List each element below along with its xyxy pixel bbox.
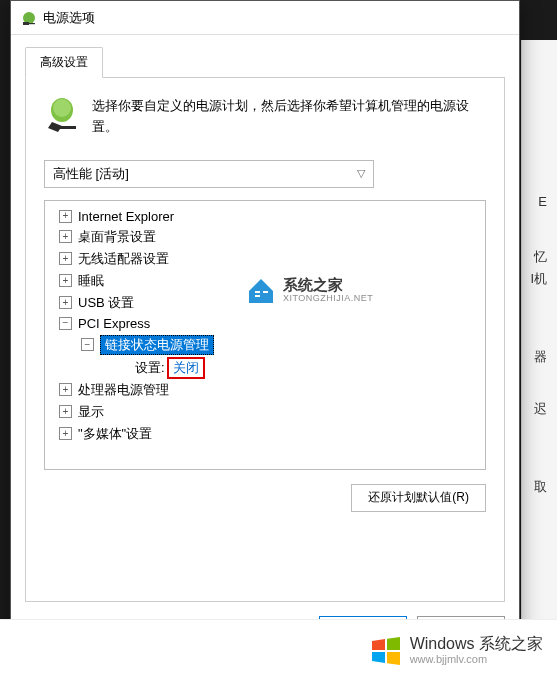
tree-label: 无线适配器设置: [78, 250, 169, 268]
intro: 选择你要自定义的电源计划，然后选择你希望计算机管理的电源设置。: [44, 96, 486, 138]
expand-icon[interactable]: +: [59, 383, 72, 396]
tree-item-processor-power[interactable]: + 处理器电源管理: [49, 379, 481, 401]
tree-item-wireless[interactable]: + 无线适配器设置: [49, 248, 481, 270]
tree-label: USB 设置: [78, 294, 134, 312]
expand-icon[interactable]: +: [59, 274, 72, 287]
tree-item-pci-express[interactable]: − PCI Express: [49, 314, 481, 333]
power-plan-selected: 高性能 [活动]: [53, 165, 129, 183]
restore-row: 还原计划默认值(R): [44, 484, 486, 512]
tab-advanced-settings[interactable]: 高级设置: [25, 47, 103, 78]
chevron-down-icon: ▽: [357, 167, 365, 180]
restore-defaults-button[interactable]: 还原计划默认值(R): [351, 484, 486, 512]
setting-label: 设置:: [135, 359, 165, 377]
expand-icon[interactable]: +: [59, 427, 72, 440]
settings-tree[interactable]: + Internet Explorer + 桌面背景设置 + 无线适配器设置 +…: [44, 200, 486, 470]
expand-icon[interactable]: +: [59, 210, 72, 223]
brand-url: www.bjjmlv.com: [410, 653, 543, 666]
tree-label: 桌面背景设置: [78, 228, 156, 246]
tree-label: 处理器电源管理: [78, 381, 169, 399]
power-plan-select[interactable]: 高性能 [活动] ▽: [44, 160, 374, 188]
tab-area: 高级设置 选择你要自定义的电源计划，然后选择你希望计算机管理的电源设置。 高性能…: [11, 35, 519, 602]
tree-label: PCI Express: [78, 316, 150, 331]
tab-strip: 高级设置: [25, 47, 505, 78]
setting-row[interactable]: 设置: 关闭: [49, 357, 481, 379]
side-char: 取: [534, 478, 547, 496]
tree-item-ie[interactable]: + Internet Explorer: [49, 207, 481, 226]
power-options-dialog: 电源选项 高级设置 选择你要自定义的电源计划，然后选择你希望计算机管理的电源设置…: [10, 0, 520, 670]
tree-label: 显示: [78, 403, 104, 421]
tree-label-selected: 链接状态电源管理: [100, 335, 214, 355]
tree-item-multimedia[interactable]: + "多媒体"设置: [49, 423, 481, 445]
tree-item-link-state-power[interactable]: − 链接状态电源管理: [49, 333, 481, 357]
side-char: I机: [530, 270, 547, 288]
tree-item-display[interactable]: + 显示: [49, 401, 481, 423]
collapse-icon[interactable]: −: [59, 317, 72, 330]
expand-icon[interactable]: +: [59, 252, 72, 265]
side-char: E: [538, 194, 547, 209]
tree-item-usb[interactable]: + USB 设置: [49, 292, 481, 314]
titlebar: 电源选项: [11, 1, 519, 35]
battery-plug-icon: [44, 96, 80, 132]
side-char: 器: [534, 348, 547, 366]
windows-logo-icon: [370, 635, 402, 667]
power-icon: [21, 10, 37, 26]
expand-icon[interactable]: +: [59, 405, 72, 418]
titlebar-title: 电源选项: [43, 9, 95, 27]
setting-value[interactable]: 关闭: [173, 360, 199, 375]
bottom-brand: Windows 系统之家 www.bjjmlv.com: [0, 619, 557, 681]
brand-main: Windows 系统之家: [410, 635, 543, 653]
side-char: 迟: [534, 400, 547, 418]
tree-item-sleep[interactable]: + 睡眠: [49, 270, 481, 292]
tree-item-desktop-bg[interactable]: + 桌面背景设置: [49, 226, 481, 248]
tab-content: 选择你要自定义的电源计划，然后选择你希望计算机管理的电源设置。 高性能 [活动]…: [25, 78, 505, 602]
tree-label: Internet Explorer: [78, 209, 174, 224]
intro-text: 选择你要自定义的电源计划，然后选择你希望计算机管理的电源设置。: [92, 96, 486, 138]
svg-point-4: [53, 99, 71, 117]
tree-label: 睡眠: [78, 272, 104, 290]
expand-icon[interactable]: +: [59, 230, 72, 243]
side-char: 忆: [534, 248, 547, 266]
setting-value-highlight: 关闭: [167, 357, 205, 379]
expand-icon[interactable]: +: [59, 296, 72, 309]
svg-rect-2: [28, 23, 35, 24]
collapse-icon[interactable]: −: [81, 338, 94, 351]
side-strip: E 忆 I机 器 迟 取: [521, 40, 557, 619]
svg-rect-5: [60, 126, 76, 129]
tree-label: "多媒体"设置: [78, 425, 152, 443]
